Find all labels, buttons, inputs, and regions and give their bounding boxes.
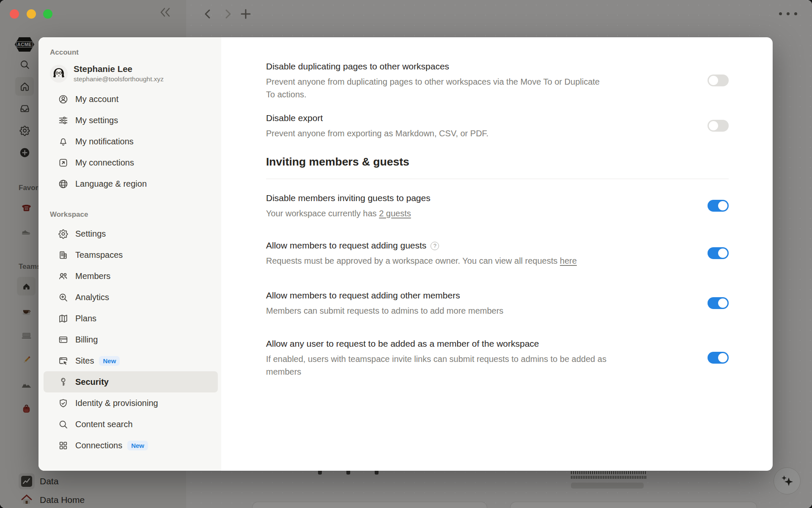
setting-row-disable-duplicating-pages: Disable duplicating pages to other works…	[266, 60, 729, 101]
new-badge: New	[127, 441, 148, 450]
back-icon[interactable]	[202, 8, 213, 22]
more-options-icon[interactable]	[779, 12, 797, 15]
credit-card-icon	[58, 334, 69, 345]
sidebar-item-settings[interactable]: Settings	[44, 223, 218, 244]
gear-icon	[58, 229, 69, 239]
workspace-section-header: Workspace	[50, 210, 221, 219]
avatar	[50, 65, 68, 83]
user-email: stephanie@toolsforthought.xyz	[74, 75, 164, 83]
building-icon	[58, 250, 69, 260]
setting-row-allow-members-request-members: Allow members to request adding other me…	[266, 289, 729, 317]
setting-row-allow-any-user-request-membership: Allow any user to request to be added as…	[266, 337, 729, 378]
key-icon	[58, 377, 69, 387]
section-heading: Inviting members & guests	[266, 154, 729, 169]
account-section-header: Account	[50, 48, 221, 57]
guests-count-link[interactable]: 2 guests	[379, 209, 411, 218]
user-profile[interactable]: Stephanie Lee stephanie@toolsforthought.…	[50, 64, 221, 83]
forward-icon[interactable]	[222, 8, 233, 22]
user-name: Stephanie Lee	[74, 64, 164, 75]
setting-row-disable-members-inviting-guests: Disable members inviting guests to pages…	[266, 192, 729, 220]
sidebar-item-my-settings[interactable]: My settings	[44, 110, 218, 131]
new-tab-icon[interactable]	[239, 8, 252, 22]
sidebar-item-plans[interactable]: Plans	[44, 308, 218, 329]
toggle-disable-duplicating-pages[interactable]	[708, 75, 729, 86]
sidebar-item-my-connections[interactable]: My connections	[44, 152, 218, 173]
toggle-disable-export[interactable]	[708, 120, 729, 132]
bell-icon	[58, 136, 69, 147]
sidebar-item-content-search[interactable]: Content search	[44, 414, 218, 435]
close-window-button[interactable]	[10, 9, 19, 19]
sidebar-item-my-notifications[interactable]: My notifications	[44, 131, 218, 152]
section-divider	[266, 179, 729, 179]
settings-sidebar: Account Stephanie Lee	[38, 37, 221, 471]
sidebar-item-security[interactable]: Security	[44, 371, 218, 392]
sidebar-item-analytics[interactable]: Analytics	[44, 287, 218, 308]
person-circle-icon	[58, 94, 69, 105]
settings-modal: Account Stephanie Lee	[38, 37, 773, 471]
globe-icon	[58, 179, 69, 189]
toggle-allow-any-user-request-membership[interactable]	[708, 352, 729, 364]
security-settings-panel: Disable duplicating pages to other works…	[221, 37, 773, 471]
grid-icon	[58, 440, 69, 451]
sidebar-collapse-icon[interactable]	[159, 7, 172, 19]
map-icon	[58, 313, 69, 324]
toggle-allow-members-request-guests[interactable]	[708, 247, 729, 259]
browser-cursor-icon	[58, 356, 69, 366]
new-badge: New	[99, 356, 120, 366]
sidebar-item-members[interactable]: Members	[44, 265, 218, 287]
magnifier-plus-icon	[58, 292, 69, 303]
setting-row-allow-members-request-guests: Allow members to request adding guests? …	[266, 239, 729, 267]
sidebar-item-connections[interactable]: Connections New	[44, 435, 218, 456]
app-window: ACME Favorites Teamspaces DataData Home	[0, 0, 812, 508]
sidebar-item-identity-provisioning[interactable]: Identity & provisioning	[44, 392, 218, 414]
sidebar-item-teamspaces[interactable]: Teamspaces	[44, 244, 218, 265]
sidebar-item-billing[interactable]: Billing	[44, 329, 218, 350]
sliders-icon	[58, 115, 69, 126]
magnifier-icon	[58, 419, 69, 430]
view-requests-link[interactable]: here	[560, 254, 577, 267]
people-icon	[58, 271, 69, 282]
zoom-window-button[interactable]	[43, 9, 52, 19]
sidebar-item-language-region[interactable]: Language & region	[44, 173, 218, 194]
sidebar-item-sites[interactable]: Sites New	[44, 350, 218, 371]
help-icon[interactable]: ?	[431, 242, 439, 250]
arrow-square-icon	[58, 157, 69, 168]
minimize-window-button[interactable]	[27, 9, 36, 19]
shield-check-icon	[58, 398, 69, 409]
toggle-allow-members-request-members[interactable]	[708, 297, 729, 309]
toggle-disable-members-inviting-guests[interactable]	[708, 200, 729, 212]
setting-row-disable-export: Disable export Prevent anyone from expor…	[266, 112, 729, 140]
sidebar-item-my-account[interactable]: My account	[44, 88, 218, 110]
